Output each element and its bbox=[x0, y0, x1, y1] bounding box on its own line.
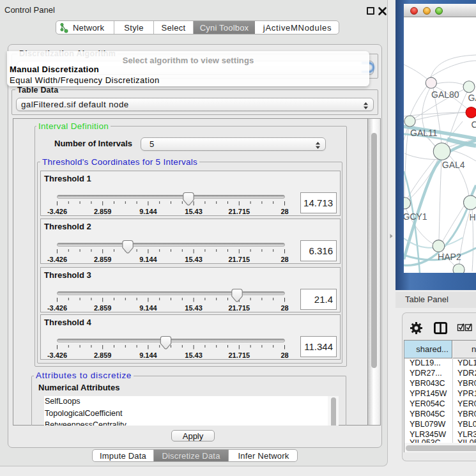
svg-text:-3.426: -3.426 bbox=[47, 256, 67, 263]
svg-text:15.43: 15.43 bbox=[185, 256, 203, 263]
svg-text:-3.426: -3.426 bbox=[47, 351, 67, 359]
svg-text:GCY1: GCY1 bbox=[404, 211, 427, 222]
svg-text:21.715: 21.715 bbox=[228, 304, 250, 312]
svg-text:15.43: 15.43 bbox=[185, 351, 203, 359]
svg-text:21.715: 21.715 bbox=[228, 256, 250, 263]
svg-text:CR: CR bbox=[472, 119, 476, 130]
svg-text:28: 28 bbox=[280, 208, 288, 215]
svg-text:28: 28 bbox=[280, 351, 288, 359]
svg-text:15.43: 15.43 bbox=[185, 208, 203, 215]
svg-text:2.859: 2.859 bbox=[94, 208, 112, 215]
svg-text:9.144: 9.144 bbox=[139, 351, 157, 359]
svg-text:HI: HI bbox=[470, 212, 476, 222]
svg-text:9.144: 9.144 bbox=[139, 208, 157, 215]
svg-text:28: 28 bbox=[280, 304, 288, 312]
svg-text:GAL: GAL bbox=[468, 93, 476, 103]
svg-text:2.859: 2.859 bbox=[94, 256, 112, 263]
svg-text:HAP2: HAP2 bbox=[438, 252, 461, 262]
svg-text:2.859: 2.859 bbox=[94, 351, 112, 359]
svg-text:15.43: 15.43 bbox=[185, 304, 203, 312]
svg-text:GAL11: GAL11 bbox=[410, 128, 438, 138]
svg-text:21.715: 21.715 bbox=[228, 351, 250, 359]
svg-text:-3.426: -3.426 bbox=[47, 208, 67, 215]
svg-text:28: 28 bbox=[280, 256, 288, 263]
svg-text:9.144: 9.144 bbox=[139, 256, 157, 263]
svg-text:9.144: 9.144 bbox=[139, 304, 157, 312]
svg-text:GAL4: GAL4 bbox=[442, 160, 465, 170]
svg-text:2.859: 2.859 bbox=[94, 304, 112, 312]
svg-text:21.715: 21.715 bbox=[228, 208, 250, 215]
svg-text:-3.426: -3.426 bbox=[47, 304, 67, 312]
svg-text:GAL80: GAL80 bbox=[431, 89, 459, 100]
